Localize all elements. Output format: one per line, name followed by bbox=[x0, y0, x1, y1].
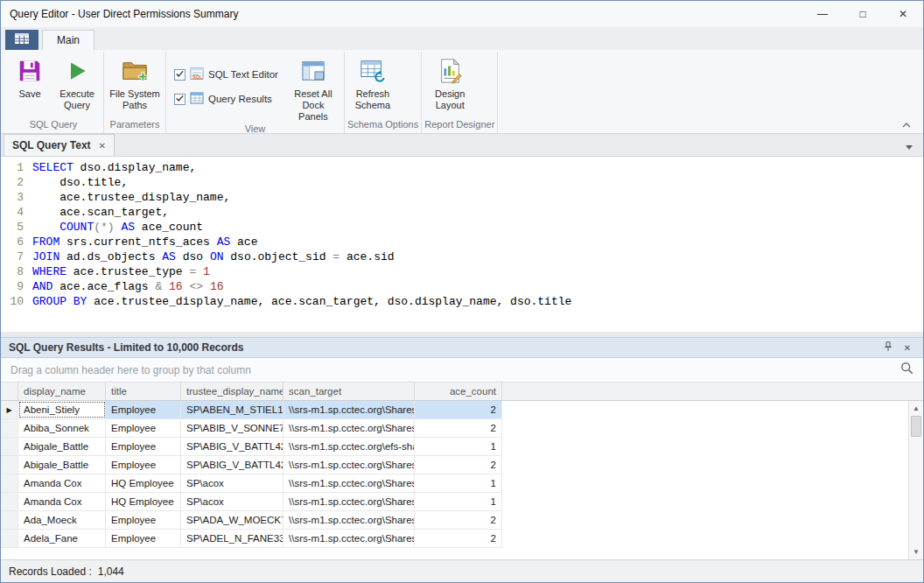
close-button[interactable]: ✕ bbox=[883, 1, 923, 27]
window-controls: — □ ✕ bbox=[802, 1, 923, 27]
query-results-checkbox-item[interactable]: Query Results bbox=[174, 91, 278, 107]
group-by-panel[interactable]: Drag a column header here to group by th… bbox=[1, 358, 923, 383]
chevron-up-icon bbox=[902, 116, 911, 131]
ribbon-group-label-parameters: Parameters bbox=[107, 118, 163, 133]
cell-ace_count[interactable]: 1 bbox=[415, 474, 502, 492]
sql-text-editor-checkbox-item[interactable]: SQL SQL Text Editor bbox=[174, 67, 278, 82]
cell-trustee_display_name[interactable]: SP\acox bbox=[181, 493, 284, 510]
cell-trustee_display_name[interactable]: SP\acox bbox=[181, 474, 284, 492]
table-row[interactable]: Adela_FaneEmployeeSP\ADEL_N_FANE330\\srs… bbox=[1, 530, 502, 548]
collapse-ribbon-button[interactable] bbox=[899, 116, 914, 130]
cell-title[interactable]: Employee bbox=[106, 438, 181, 455]
ribbon-group-label-sql-query: SQL Query bbox=[6, 118, 101, 133]
cell-scan_target[interactable]: \\srs-m1.sp.cctec.org\Shares bbox=[284, 401, 415, 418]
cell-ace_count[interactable]: 2 bbox=[415, 401, 502, 418]
cell-ace_count[interactable]: 1 bbox=[415, 493, 502, 510]
cell-title[interactable]: Employee bbox=[106, 456, 181, 474]
cell-scan_target[interactable]: \\srs-m1.sp.cctec.org\efs-share bbox=[284, 438, 415, 455]
cell-trustee_display_name[interactable]: SP\ADEL_N_FANE330 bbox=[181, 530, 284, 547]
column-header-display_name[interactable]: display_name bbox=[18, 383, 106, 400]
cell-scan_target[interactable]: \\srs-m1.sp.cctec.org\Shares bbox=[284, 530, 415, 547]
sql-text-editor-checkbox[interactable] bbox=[174, 69, 186, 81]
pin-panel-button[interactable] bbox=[880, 340, 896, 355]
cell-title[interactable]: Employee bbox=[106, 530, 181, 547]
design-layout-button[interactable]: Design Layout bbox=[424, 54, 475, 111]
code-lines[interactable]: SELECT dso.display_name, dso.title, ace.… bbox=[32, 160, 923, 332]
refresh-schema-button[interactable]: Refresh Schema bbox=[347, 54, 398, 111]
cell-display_name[interactable]: Adela_Fane bbox=[18, 530, 106, 547]
ribbon-group-label-schema-options: Schema Options bbox=[347, 118, 418, 133]
save-button[interactable]: Save bbox=[6, 54, 53, 100]
table-row[interactable]: Abiba_SonnekEmployeeSP\ABIB_V_SONNE757\\… bbox=[1, 419, 502, 438]
reset-all-dock-panels-button[interactable]: Reset All Dock Panels bbox=[285, 54, 341, 123]
cell-trustee_display_name[interactable]: SP\ADA_W_MOECK784 bbox=[181, 511, 284, 529]
cell-title[interactable]: Employee bbox=[106, 511, 181, 529]
cell-title[interactable]: Employee bbox=[106, 419, 181, 437]
scroll-down-button[interactable]: ▼ bbox=[909, 544, 923, 559]
maximize-button[interactable]: □ bbox=[843, 1, 883, 27]
cell-ace_count[interactable]: 2 bbox=[415, 530, 502, 547]
sql-text-editor-icon: SQL bbox=[190, 67, 204, 82]
folder-plus-icon bbox=[121, 57, 149, 85]
cell-ace_count[interactable]: 1 bbox=[415, 438, 502, 455]
table-row[interactable]: Ada_MoeckEmployeeSP\ADA_W_MOECK784\\srs-… bbox=[1, 511, 502, 530]
row-indicator bbox=[1, 456, 18, 474]
table-row[interactable]: Amanda CoxHQ EmployeeSP\acox\\srs-m1.sp.… bbox=[1, 493, 502, 511]
row-indicator bbox=[1, 511, 18, 529]
cell-display_name[interactable]: Abeni_Stiely bbox=[18, 401, 106, 418]
table-row[interactable]: Amanda CoxHQ EmployeeSP\acox\\srs-m1.sp.… bbox=[1, 474, 502, 493]
table-row[interactable]: Abigale_BattleEmployeeSP\ABIG_V_BATTL425… bbox=[1, 456, 502, 474]
cell-display_name[interactable]: Amanda Cox bbox=[18, 493, 106, 510]
cell-trustee_display_name[interactable]: SP\ABIG_V_BATTL425 bbox=[181, 456, 284, 474]
scroll-track[interactable] bbox=[909, 437, 923, 544]
query-results-checkbox[interactable] bbox=[174, 94, 186, 105]
cell-scan_target[interactable]: \\srs-m1.sp.cctec.org\Shares bbox=[284, 474, 415, 492]
cell-trustee_display_name[interactable]: SP\ABIB_V_SONNE757 bbox=[181, 419, 284, 437]
cell-title[interactable]: HQ Employee bbox=[106, 474, 181, 492]
table-row[interactable]: ▶Abeni_StielyEmployeeSP\ABEN_M_STIEL178\… bbox=[1, 401, 502, 419]
execute-query-button[interactable]: Execute Query bbox=[53, 54, 101, 111]
records-loaded-label: Records Loaded : bbox=[9, 565, 92, 578]
cell-ace_count[interactable]: 2 bbox=[415, 456, 502, 474]
row-indicator-header bbox=[1, 383, 18, 400]
cell-scan_target[interactable]: \\srs-m1.sp.cctec.org\Shares bbox=[284, 511, 415, 529]
cell-title[interactable]: Employee bbox=[106, 401, 181, 418]
refresh-schema-icon bbox=[359, 57, 387, 85]
cell-scan_target[interactable]: \\srs-m1.sp.cctec.org\Shares bbox=[284, 419, 415, 437]
cell-display_name[interactable]: Abigale_Battle bbox=[18, 438, 106, 455]
query-results-checkbox-label: Query Results bbox=[208, 94, 272, 104]
cell-scan_target[interactable]: \\srs-m1.sp.cctec.org\Shares bbox=[284, 456, 415, 474]
cell-ace_count[interactable]: 2 bbox=[415, 511, 502, 529]
cell-display_name[interactable]: Ada_Moeck bbox=[18, 511, 106, 529]
cell-trustee_display_name[interactable]: SP\ABIG_V_BATTL425 bbox=[181, 438, 284, 455]
vertical-scrollbar[interactable]: ▲ ▼ bbox=[908, 401, 923, 559]
file-system-paths-button[interactable]: File System Paths bbox=[107, 54, 163, 111]
document-list-dropdown[interactable] bbox=[902, 139, 916, 151]
tab-close-button[interactable]: ✕ bbox=[99, 141, 106, 151]
column-header-trustee_display_name[interactable]: trustee_display_name bbox=[181, 383, 284, 400]
table-row[interactable]: Abigale_BattleEmployeeSP\ABIG_V_BATTL425… bbox=[1, 438, 502, 456]
application-button[interactable] bbox=[5, 30, 38, 50]
view-checkbox-column: SQL SQL Text Editor bbox=[169, 54, 285, 107]
column-header-title[interactable]: title bbox=[106, 383, 181, 400]
tab-main[interactable]: Main bbox=[42, 30, 94, 50]
cell-display_name[interactable]: Amanda Cox bbox=[18, 474, 106, 492]
cell-trustee_display_name[interactable]: SP\ABEN_M_STIEL178 bbox=[181, 401, 284, 418]
tab-sql-query-text-label: SQL Query Text bbox=[12, 139, 91, 151]
column-header-scan_target[interactable]: scan_target bbox=[284, 383, 415, 400]
cell-ace_count[interactable]: 2 bbox=[415, 419, 502, 437]
execute-query-button-label: Execute Query bbox=[55, 88, 99, 111]
grid-header: display_nametitletrustee_display_namesca… bbox=[1, 383, 923, 401]
cell-display_name[interactable]: Abiba_Sonnek bbox=[18, 419, 106, 437]
minimize-button[interactable]: — bbox=[802, 1, 843, 27]
search-icon[interactable] bbox=[900, 362, 914, 378]
cell-title[interactable]: HQ Employee bbox=[106, 493, 181, 510]
scroll-up-button[interactable]: ▲ bbox=[909, 401, 923, 416]
cell-display_name[interactable]: Abigale_Battle bbox=[18, 456, 106, 474]
sql-text-editor[interactable]: 12345678910 SELECT dso.display_name, dso… bbox=[1, 157, 923, 332]
close-panel-button[interactable]: ✕ bbox=[900, 340, 915, 355]
column-header-ace_count[interactable]: ace_count bbox=[415, 383, 502, 400]
scroll-thumb[interactable] bbox=[911, 416, 921, 437]
cell-scan_target[interactable]: \\srs-m1.sp.cctec.org\Shares2 bbox=[284, 493, 415, 510]
tab-sql-query-text[interactable]: SQL Query Text ✕ bbox=[4, 134, 115, 156]
